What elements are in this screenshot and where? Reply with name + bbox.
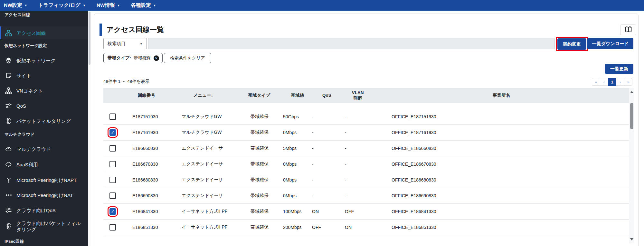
cell-band-value: 50Gbps — [283, 114, 312, 119]
sidebar-item-virtual-network[interactable]: 仮想ネットワーク — [0, 54, 88, 67]
cell-menu: エクステンドイーサ — [171, 193, 235, 199]
cell-office-name: OFFICE_E186851330 — [374, 225, 629, 230]
search-input[interactable] — [148, 38, 555, 49]
scroll-down-icon[interactable] — [630, 238, 633, 241]
cell-band-type: 帯域確保 — [235, 114, 283, 120]
nav-item-traffic-log[interactable]: トラフィック/ログ ▼ — [33, 0, 91, 11]
chevron-down-icon: ▼ — [83, 4, 86, 7]
cell-qos: - — [312, 177, 342, 182]
cell-office-name: OFFICE_E186670830 — [374, 162, 629, 167]
title-accent-bar — [99, 24, 102, 36]
pagination-page-1[interactable]: 1 — [608, 78, 616, 86]
table-header: 回線番号 メニュー↓ 帯域タイプ 帯域値 QoS VLAN 制御 事業所名 — [103, 88, 629, 103]
pagination: « ‹ 1 › » — [592, 78, 632, 86]
cell-qos: - — [312, 162, 342, 167]
manual-button[interactable] — [620, 25, 636, 35]
sidebar-item-label: アクセス回線 — [16, 30, 46, 36]
table-row: E186680830 エクステンドイーサ 帯域確保 0Mbps - - OFFI… — [103, 172, 629, 188]
cell-line-number: E187151930 — [122, 114, 171, 119]
sidebar-item-packet-filtering[interactable]: パケットフィルタリング — [0, 114, 88, 127]
contract-change-button[interactable]: 契約変更 — [557, 38, 586, 50]
sidebar-item-label: クラウド向けパケットフィルタリング — [16, 220, 85, 232]
nav-item-nw-settings[interactable]: NW設定 ▼ — [4, 0, 33, 11]
cell-qos: - — [312, 146, 342, 151]
table-scrollbar[interactable] — [629, 88, 634, 243]
header-office-name[interactable]: 事業所名 — [374, 93, 629, 98]
chevron-down-icon: ▼ — [153, 4, 156, 7]
cell-menu: イーサネット方式Ⅱ PF — [171, 209, 235, 214]
row-checkbox[interactable] — [109, 224, 116, 231]
cell-vlan: - — [342, 130, 374, 135]
sliders-icon — [5, 207, 12, 214]
sidebar: アクセス回線 アクセス回線 仮想ネットワーク設定 仮想ネットワーク — [0, 11, 91, 246]
sidebar-item-ms-peering-napt[interactable]: Microsoft Peering向けNAPT — [0, 173, 88, 186]
nav-item-nw-info[interactable]: NW情報 ▼ — [91, 0, 126, 11]
pagination-first-button[interactable]: « — [592, 78, 600, 86]
row-checkbox[interactable] — [109, 145, 116, 152]
scrollbar-thumb[interactable] — [89, 12, 90, 65]
results-summary: 48件中 1 ～ 48件を表示 — [103, 79, 150, 84]
row-checkbox[interactable] — [109, 208, 116, 215]
search-category-select[interactable]: 検索項目 ▼ — [103, 38, 147, 49]
header-band-type[interactable]: 帯域タイプ — [235, 93, 283, 98]
sidebar-scrollbar[interactable] — [88, 11, 91, 246]
sidebar-item-ms-peering-nat[interactable]: Microsoft Peering向けNAT — [0, 189, 88, 202]
sidebar-item-access-line[interactable]: アクセス回線 — [0, 26, 88, 39]
cell-line-number: E186690830 — [122, 193, 171, 198]
row-checkbox[interactable] — [109, 161, 116, 167]
nav-item-various-settings[interactable]: 各種設定 ▼ — [126, 0, 162, 11]
cell-vlan: - — [342, 162, 374, 167]
sidebar-section-access-line: アクセス回線 — [0, 12, 86, 18]
scrollbar-thumb[interactable] — [630, 103, 633, 129]
pagination-prev-button[interactable]: ‹ — [600, 78, 608, 86]
sidebar-item-qos[interactable]: QoS — [0, 99, 88, 112]
main-content: アクセス回線一覧 検索項目 ▼ 契約変更 一覧ダウンロード — [91, 11, 644, 246]
sidebar-item-vn-connect[interactable]: VNコネクト — [0, 84, 88, 97]
cell-band-type: 帯域確保 — [235, 130, 283, 135]
close-icon[interactable]: ✕ — [154, 55, 159, 61]
cell-line-number: E186670830 — [122, 162, 171, 167]
cell-menu: エクステンドイーサ — [171, 161, 235, 167]
sidebar-item-site[interactable]: サイト — [0, 69, 88, 82]
cell-vlan: - — [342, 193, 374, 198]
cell-line-number: E186851330 — [122, 225, 171, 230]
row-checkbox[interactable] — [109, 192, 116, 199]
sidebar-item-saas-use[interactable]: SaaS利用 — [0, 158, 88, 171]
table-row: E187161930 マルチクラウドGW 帯域確保 0Mbps - - OFFI… — [103, 125, 629, 141]
header-vlan-control[interactable]: VLAN 制御 — [342, 90, 374, 101]
cell-band-value: 5Mbps — [283, 146, 312, 151]
cell-band-type: 帯域確保 — [235, 145, 283, 151]
cell-qos: - — [312, 130, 342, 135]
page-title: アクセス回線一覧 — [107, 25, 164, 34]
header-menu[interactable]: メニュー↓ — [171, 93, 235, 98]
scroll-up-icon[interactable] — [630, 91, 633, 93]
sidebar-item-cloud-packet-filtering[interactable]: クラウド向けパケットフィルタリング — [0, 217, 88, 236]
clear-search-button[interactable]: 検索条件をクリア — [164, 53, 211, 63]
header-qos[interactable]: QoS — [312, 93, 342, 98]
list-download-button[interactable]: 一覧ダウンロード — [587, 38, 633, 49]
row-checkbox[interactable] — [109, 113, 116, 120]
filter-chip-band-type[interactable]: 帯域タイプ: 帯域確保 ✕ — [103, 53, 163, 63]
cell-band-value: 200Mbps — [283, 225, 312, 230]
header-vlan-line2: 制御 — [354, 95, 362, 100]
sidebar-item-multicloud[interactable]: マルチクラウド — [0, 143, 88, 155]
table-row: E186841330 イーサネット方式Ⅱ PF 帯域確保 100Mbps ON … — [103, 204, 629, 220]
pagination-last-button[interactable]: » — [624, 78, 632, 86]
cell-band-type: 帯域確保 — [235, 177, 283, 183]
header-line-number[interactable]: 回線番号 — [122, 93, 171, 98]
row-checkbox[interactable] — [109, 129, 116, 136]
cell-menu: マルチクラウドGW — [171, 130, 235, 135]
chevron-down-icon: ▼ — [117, 4, 120, 7]
sidebar-item-cloud-qos[interactable]: クラウド向けQoS — [0, 204, 88, 217]
row-checkbox[interactable] — [109, 177, 116, 183]
list-refresh-button[interactable]: 一覧更新 — [605, 64, 633, 74]
header-band-value[interactable]: 帯域値 — [283, 93, 312, 98]
pagination-next-button[interactable]: › — [616, 78, 624, 86]
sidebar-section-multicloud: マルチクラウド — [0, 131, 86, 138]
site-icon — [5, 72, 12, 79]
layers-icon — [5, 57, 12, 64]
sidebar-section-ipsec-line: IPsec回線 — [0, 238, 86, 245]
sidebar-section-virtual-network-settings: 仮想ネットワーク設定 — [0, 43, 86, 49]
filter-chip-value: 帯域確保 — [134, 55, 151, 61]
cell-band-value: 0Mbps — [283, 162, 312, 167]
